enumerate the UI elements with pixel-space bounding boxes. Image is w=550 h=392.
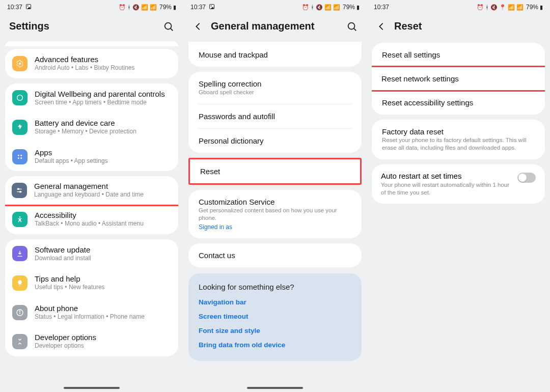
row-factory-reset[interactable]: Factory data reset Reset your phone to i… (372, 120, 545, 159)
row-label: Auto restart at set times (381, 172, 512, 180)
battery-icon: ▮ (540, 4, 543, 11)
row-label: Spelling correction (199, 79, 351, 88)
wifi-icon: 📶 (324, 4, 332, 11)
row-developer-options[interactable]: Developer optionsDeveloper options (5, 327, 178, 356)
svg-point-5 (17, 95, 23, 101)
update-icon (12, 246, 28, 261)
row-label: Advanced features (35, 55, 135, 64)
row-label: Customization Service (199, 198, 351, 206)
link-font-size[interactable]: Font size and style (199, 327, 351, 334)
link-navigation-bar[interactable]: Navigation bar (199, 298, 351, 306)
status-bar: 10:37 ⏰ᚼ🔇📶📶 79%▮ (0, 0, 183, 14)
link-screen-timeout[interactable]: Screen timeout (199, 313, 351, 320)
row-about-phone[interactable]: About phoneStatus • Legal information • … (5, 298, 178, 327)
apps-icon (12, 149, 28, 164)
row-label: Accessibility (35, 211, 144, 220)
row-sub: Screen time • App timers • Bedtime mode (35, 99, 165, 107)
status-bar: 10:37 ⏰ᚼ🔇📍📶📶 79%▮ (367, 0, 550, 14)
status-icons: ⏰ᚼ🔇📍📶📶 79%▮ (477, 4, 543, 11)
row-sub: Download and install (35, 255, 91, 263)
row-sub: Useful tips • New features (35, 284, 105, 292)
gear-icon (12, 56, 28, 71)
settings-group-general: General managementLanguage and keyboard … (5, 176, 178, 234)
status-bar: 10:37 ⏰ᚼ🔇📶📶 79%▮ (183, 0, 367, 14)
wifi-icon: 📶 (141, 4, 148, 11)
dev-icon (12, 334, 28, 349)
settings-screen: 10:37 ⏰ᚼ🔇📶📶 79%▮ Settings Advanced featu… (0, 0, 183, 392)
picture-icon (209, 4, 215, 11)
battery-icon: ▮ (356, 4, 360, 11)
row-spelling[interactable]: Spelling correction Gboard spell checker (188, 72, 362, 104)
back-icon[interactable] (376, 21, 387, 32)
battery-icon: ▮ (173, 4, 176, 11)
mute-icon: 🔇 (490, 4, 498, 11)
auto-restart-toggle[interactable] (517, 173, 536, 183)
row-reset-all[interactable]: Reset all settings (372, 43, 545, 67)
sliders-icon (12, 183, 27, 198)
header: General management (183, 14, 367, 41)
row-label: Apps (35, 148, 108, 157)
alarm-icon: ⏰ (119, 4, 126, 11)
alarm-icon: ⏰ (477, 4, 484, 11)
battery-percent: 79% (159, 4, 172, 11)
row-reset-accessibility[interactable]: Reset accessibility settings (372, 91, 545, 115)
back-icon[interactable] (193, 21, 204, 32)
row-sub: TalkBack • Mono audio • Assistant menu (35, 220, 144, 228)
row-sub: Android Auto • Labs • Bixby Routines (35, 64, 135, 72)
svg-point-20 (211, 5, 212, 6)
row-auto-restart[interactable]: Auto restart at set times Your phone wil… (372, 164, 545, 204)
svg-point-2 (165, 22, 172, 29)
row-contact-us[interactable]: Contact us (188, 243, 362, 267)
row-tips[interactable]: Tips and helpUseful tips • New features (5, 268, 178, 298)
link-bring-data[interactable]: Bring data from old device (199, 341, 351, 349)
mute-icon: 🔇 (132, 4, 140, 11)
row-label: Factory data reset (382, 127, 535, 136)
row-personal-dict[interactable]: Personal dictionary (188, 129, 362, 153)
row-sub: Default apps • App settings (35, 157, 108, 165)
row-label: Reset accessibility settings (382, 98, 535, 107)
row-label: Reset network settings (381, 74, 535, 83)
svg-point-14 (19, 216, 21, 218)
row-software-update[interactable]: Software updateDownload and install (5, 239, 178, 269)
row-sub: Reset your phone to its factory default … (382, 136, 535, 152)
row-customization[interactable]: Customization Service Get personalized c… (188, 190, 362, 238)
battery-percent: 79% (526, 4, 538, 11)
reset-screen: 10:37 ⏰ᚼ🔇📍📶📶 79%▮ Reset Reset all settin… (367, 0, 550, 392)
row-general-management[interactable]: General managementLanguage and keyboard … (5, 176, 178, 205)
row-label: Passwords and autofill (199, 112, 351, 121)
card-reset-options: Reset all settings Reset network setting… (372, 43, 545, 115)
location-icon: 📍 (499, 4, 506, 11)
row-link[interactable]: Signed in as (199, 223, 351, 231)
row-advanced-features[interactable]: Advanced features Android Auto • Labs • … (5, 49, 178, 78)
page-title: Reset (394, 20, 541, 32)
settings-group-adv: Advanced features Android Auto • Labs • … (5, 49, 178, 78)
info-icon (12, 305, 28, 320)
search-icon[interactable] (163, 21, 174, 32)
svg-line-3 (171, 29, 173, 31)
row-label: Battery and device care (35, 119, 136, 128)
row-mouse-trackpad[interactable]: Mouse and trackpad (188, 43, 362, 67)
status-time: 10:37 (374, 4, 389, 11)
row-label: Reset (200, 167, 350, 176)
row-digital-wellbeing[interactable]: Digital Wellbeing and parental controlsS… (5, 83, 178, 113)
nav-indicator (64, 387, 120, 389)
row-label: Reset all settings (382, 50, 535, 59)
status-time: 10:37 (190, 4, 206, 11)
status-time: 10:37 (7, 4, 22, 11)
row-sub: Developer options (35, 342, 96, 350)
nav-indicator (247, 387, 303, 389)
search-icon[interactable] (346, 21, 358, 32)
alarm-icon: ⏰ (302, 4, 309, 11)
bluetooth-icon: ᚼ (311, 4, 314, 10)
row-reset[interactable]: Reset (190, 159, 360, 183)
general-management-screen: 10:37 ⏰ᚼ🔇📶📶 79%▮ General management Mous… (183, 0, 367, 392)
row-battery-care[interactable]: Battery and device careStorage • Memory … (5, 113, 178, 142)
row-sub: Storage • Memory • Device protection (35, 128, 136, 136)
row-reset-network[interactable]: Reset network settings (372, 67, 545, 91)
card-mouse: Mouse and trackpad (188, 41, 362, 67)
svg-point-4 (19, 63, 21, 65)
looking-card: Looking for something else? Navigation b… (188, 273, 362, 361)
row-accessibility[interactable]: AccessibilityTalkBack • Mono audio • Ass… (5, 205, 178, 234)
row-passwords[interactable]: Passwords and autofill (188, 104, 362, 128)
row-apps[interactable]: AppsDefault apps • App settings (5, 142, 178, 172)
